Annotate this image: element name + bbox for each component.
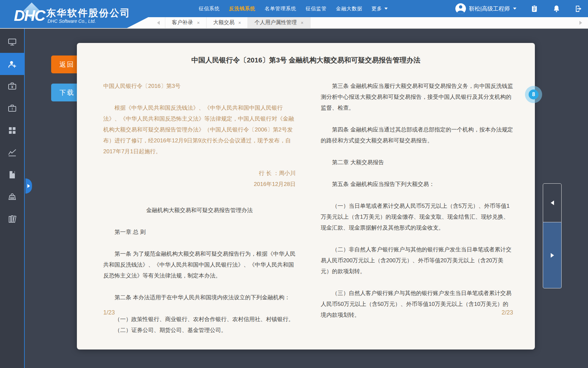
user-add-icon (7, 59, 17, 69)
user-name-role: 靳松|高级工程师 (469, 5, 510, 13)
sidebar: ¥ ! (0, 28, 25, 368)
doc-paragraph: 第三条 金融机构应当履行大额交易和可疑交易报告义务，向中国反洗钱监测分析中心报送… (321, 81, 513, 113)
logout-icon[interactable] (574, 5, 583, 13)
nav-item-list-management[interactable]: 名单管理系统 (265, 6, 296, 12)
doc-chapter-heading: 第一章 总 则 (103, 227, 296, 238)
next-page-button[interactable] (543, 222, 562, 288)
sidebar-item-book[interactable] (0, 164, 24, 186)
page-number: 1/23 (103, 307, 115, 318)
chevron-right-icon (551, 253, 554, 258)
chevron-right-icon (27, 184, 30, 188)
grid-icon (7, 126, 17, 135)
tab-customer-supplement[interactable]: 客户补录 × (165, 17, 207, 28)
doc-list-item: （二）证券公司、期货公司、基金管理公司。 (103, 325, 296, 336)
chevron-left-icon (551, 201, 554, 205)
nav-item-credit-supervision[interactable]: 征信监管 (306, 6, 327, 12)
tabs-scroll-left-button[interactable] (155, 17, 162, 28)
chevron-down-icon (384, 8, 388, 10)
sidebar-item-monitor[interactable] (0, 31, 24, 53)
doc-paragraph: 根据《中华人民共和国反洗钱法》、《中华人民共和国中国人民银行法》、《中华人民共和… (103, 102, 296, 157)
document-panel: 中国人民银行令〔2016〕第3号 金融机构大额交易和可疑交易报告管理办法 中国人… (77, 43, 535, 350)
previous-page-button[interactable] (543, 183, 562, 222)
doc-list-item: （一）当日单笔或者累计交易人民币5万元以上（含5万元）、外币等值1万美元以上（含… (321, 201, 513, 233)
logo-banner: DHC 东华软件股份公司 DHC Software Co., Ltd. (0, 0, 151, 28)
header-actions: 靳松|高级工程师 (455, 0, 583, 17)
tab-large-transactions[interactable]: 大额交易 × (207, 17, 248, 28)
doc-paragraph: 第五条 金融机构应当报告下列大额交易： (321, 179, 513, 190)
doc-list-item: （二）非自然人客户银行账户与其他的银行账户发生当日单笔或者累计交易人民币200万… (321, 244, 513, 277)
close-icon[interactable]: × (197, 20, 200, 25)
close-icon[interactable]: × (301, 20, 303, 25)
company-name-cn: 东华软件股份公司 (46, 7, 131, 20)
nav-more-label: 更多 (372, 6, 382, 12)
doc-paragraph: 第二条 本办法适用于在中华人民共和国境内依法设立的下列金融机构： (103, 292, 296, 303)
main-nav: 征信系统 反洗钱系统 名单管理系统 征信监管 金融大数据 更多 (199, 0, 388, 17)
svg-text:!: ! (12, 107, 13, 111)
chevron-right-icon (579, 21, 582, 25)
open-tabs: 客户补录 × 大额交易 × 个人用户属性管理 × (165, 17, 310, 28)
sidebar-item-user-add[interactable] (0, 53, 24, 75)
badge-count: 8 (529, 90, 539, 99)
avatar (455, 3, 466, 14)
tab-label: 个人用户属性管理 (254, 19, 297, 26)
nav-item-credit-system[interactable]: 征信系统 (199, 6, 220, 12)
doc-signature-date: 2016年12月28日 (103, 179, 296, 190)
sidebar-item-library[interactable] (0, 208, 24, 230)
document-page-2: 第三条 金融机构应当履行大额交易和可疑交易报告义务，向中国反洗钱监测分析中心报送… (321, 81, 513, 338)
document-pages: 中国人民银行令〔2016〕第3号 根据《中华人民共和国反洗钱法》、《中华人民共和… (77, 81, 535, 338)
company-name-en: DHC Software Co., Ltd. (48, 18, 96, 24)
clipboard-icon[interactable] (530, 5, 539, 13)
books-icon (7, 214, 17, 224)
nav-item-financial-bigdata[interactable]: 金融大数据 (336, 6, 362, 12)
book-icon (7, 170, 17, 180)
svg-text:¥: ¥ (11, 85, 13, 89)
brand-logo: DHC (14, 7, 45, 24)
alert-case-icon: ! (7, 103, 17, 113)
tab-label: 客户补录 (172, 19, 193, 26)
close-icon[interactable]: × (238, 20, 241, 25)
notification-count-badge[interactable]: 8 (525, 86, 542, 103)
nav-item-aml-system[interactable]: 反洗钱系统 (229, 6, 255, 12)
document-page-1: 中国人民银行令〔2016〕第3号 根据《中华人民共和国反洗钱法》、《中华人民共和… (103, 81, 296, 338)
doc-paragraph: 第一条 为了规范金融机构大额交易和可疑交易报告行为，根据《中华人民共和国反洗钱法… (103, 248, 296, 281)
bag-icon (7, 192, 17, 202)
document-title: 中国人民银行令〔2016〕第3号 金融机构大额交易和可疑交易报告管理办法 (90, 55, 522, 65)
doc-chapter-heading: 第二章 大额交易报告 (321, 157, 513, 168)
doc-list-item: （一）政策性银行、商业银行、农村合作银行、农村信用社、村镇银行。 (103, 314, 296, 325)
doc-paragraph: 第四条 金融机构应当通过其总部或者总部指定的一个机构，按本办法规定的路径和方式提… (321, 124, 513, 146)
doc-subtitle: 金融机构大额交易和可疑交易报告管理办法 (103, 205, 296, 216)
doc-list-item: （三）自然人客户银行账户与其他的银行账户发生当日单笔或者累计交易人民币50万元以… (321, 288, 513, 320)
monitor-icon (7, 37, 17, 47)
user-menu[interactable]: 靳松|高级工程师 (455, 3, 516, 14)
cash-case-icon: ¥ (7, 81, 17, 91)
bell-icon[interactable] (552, 5, 561, 13)
tab-label: 大额交易 (213, 19, 234, 26)
main-content: 返回 下载 中国人民银行令〔2016〕第3号 金融机构大额交易和可疑交易报告管理… (25, 28, 588, 368)
page-number: 2/23 (502, 307, 513, 318)
sidebar-item-alert-box[interactable]: ! (0, 97, 24, 119)
sidebar-item-apps[interactable] (0, 119, 24, 141)
sidebar-item-cash-box[interactable]: ¥ (0, 75, 24, 97)
sidebar-item-bag[interactable] (0, 186, 24, 208)
chevron-down-icon (513, 8, 516, 10)
page-navigator (543, 183, 562, 288)
chevron-left-icon (157, 21, 160, 25)
line-chart-icon (7, 148, 17, 158)
sidebar-item-analytics[interactable] (0, 141, 24, 164)
tabs-scroll-right-button[interactable] (577, 17, 584, 28)
tab-personal-user-attributes[interactable]: 个人用户属性管理 × (248, 17, 310, 28)
nav-item-more[interactable]: 更多 (372, 6, 388, 12)
doc-signature: 行 长 ：周小川 (103, 168, 296, 179)
doc-paragraph: 中国人民银行令〔2016〕第3号 (103, 81, 296, 92)
